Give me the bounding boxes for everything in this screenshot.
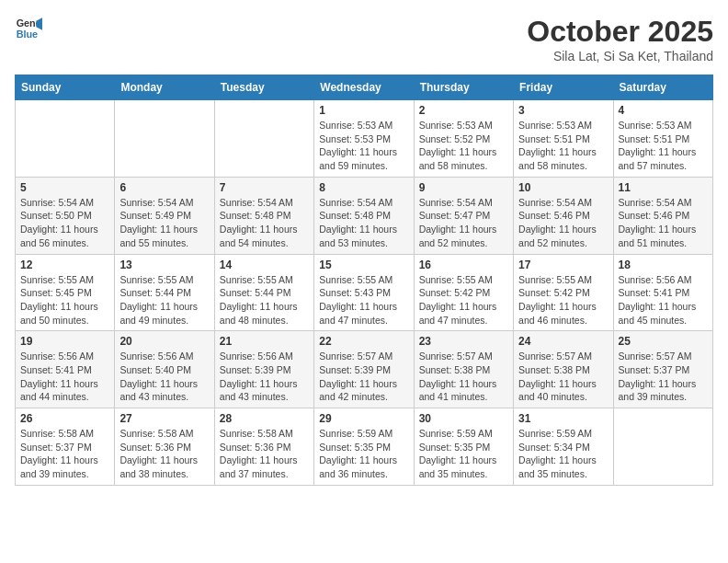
day-info: Sunrise: 5:56 AMSunset: 5:41 PMDaylight:…	[619, 273, 708, 327]
month-title: October 2025	[527, 15, 713, 49]
calendar-cell: 9Sunrise: 5:54 AMSunset: 5:47 PMDaylight…	[414, 177, 513, 254]
calendar-cell: 16Sunrise: 5:55 AMSunset: 5:42 PMDayligh…	[414, 254, 513, 331]
day-info: Sunrise: 5:54 AMSunset: 5:49 PMDaylight:…	[119, 196, 209, 250]
day-info: Sunrise: 5:53 AMSunset: 5:51 PMDaylight:…	[518, 119, 608, 173]
day-number: 3	[518, 104, 608, 117]
day-number: 25	[619, 335, 708, 348]
calendar-cell	[115, 100, 214, 178]
day-number: 20	[119, 335, 209, 348]
day-info: Sunrise: 5:55 AMSunset: 5:42 PMDaylight:…	[518, 273, 608, 327]
day-number: 28	[220, 412, 309, 425]
day-info: Sunrise: 5:59 AMSunset: 5:35 PMDaylight:…	[419, 427, 508, 481]
day-number: 1	[319, 104, 408, 117]
calendar-cell: 13Sunrise: 5:55 AMSunset: 5:44 PMDayligh…	[115, 254, 214, 331]
calendar-cell: 6Sunrise: 5:54 AMSunset: 5:49 PMDaylight…	[115, 177, 214, 254]
calendar-cell: 2Sunrise: 5:53 AMSunset: 5:52 PMDaylight…	[414, 100, 513, 178]
day-info: Sunrise: 5:55 AMSunset: 5:44 PMDaylight:…	[119, 273, 209, 327]
day-info: Sunrise: 5:53 AMSunset: 5:53 PMDaylight:…	[319, 119, 408, 173]
day-number: 8	[319, 181, 408, 194]
day-number: 18	[619, 259, 708, 271]
day-info: Sunrise: 5:55 AMSunset: 5:44 PMDaylight:…	[220, 273, 309, 327]
day-info: Sunrise: 5:56 AMSunset: 5:40 PMDaylight:…	[119, 350, 209, 404]
calendar-cell: 1Sunrise: 5:53 AMSunset: 5:53 PMDaylight…	[314, 100, 414, 178]
day-number: 9	[419, 181, 508, 194]
calendar-cell: 11Sunrise: 5:54 AMSunset: 5:46 PMDayligh…	[613, 177, 712, 254]
calendar-cell: 8Sunrise: 5:54 AMSunset: 5:48 PMDaylight…	[314, 177, 414, 254]
day-number: 11	[619, 181, 708, 194]
svg-text:Blue: Blue	[17, 29, 38, 40]
calendar-cell: 17Sunrise: 5:55 AMSunset: 5:42 PMDayligh…	[514, 254, 613, 331]
weekday-header-wednesday: Wednesday	[314, 75, 414, 100]
calendar-cell: 21Sunrise: 5:56 AMSunset: 5:39 PMDayligh…	[214, 331, 313, 408]
day-number: 7	[220, 181, 309, 194]
day-number: 27	[119, 412, 209, 425]
day-number: 10	[518, 181, 608, 194]
day-info: Sunrise: 5:58 AMSunset: 5:37 PMDaylight:…	[20, 427, 109, 481]
day-info: Sunrise: 5:57 AMSunset: 5:38 PMDaylight:…	[419, 350, 508, 404]
title-block: October 2025 Sila Lat, Si Sa Ket, Thaila…	[527, 15, 713, 63]
day-info: Sunrise: 5:54 AMSunset: 5:46 PMDaylight:…	[619, 196, 708, 250]
day-number: 26	[20, 412, 109, 425]
day-number: 16	[419, 259, 508, 271]
day-info: Sunrise: 5:53 AMSunset: 5:52 PMDaylight:…	[419, 119, 508, 173]
location-subtitle: Sila Lat, Si Sa Ket, Thailand	[527, 49, 713, 63]
weekday-header-friday: Friday	[514, 75, 613, 100]
calendar-cell: 14Sunrise: 5:55 AMSunset: 5:44 PMDayligh…	[214, 254, 313, 331]
day-info: Sunrise: 5:59 AMSunset: 5:34 PMDaylight:…	[518, 427, 608, 481]
calendar-cell: 26Sunrise: 5:58 AMSunset: 5:37 PMDayligh…	[16, 408, 115, 486]
calendar-cell: 12Sunrise: 5:55 AMSunset: 5:45 PMDayligh…	[16, 254, 115, 331]
weekday-header-sunday: Sunday	[16, 75, 115, 100]
day-info: Sunrise: 5:58 AMSunset: 5:36 PMDaylight:…	[220, 427, 309, 481]
day-info: Sunrise: 5:55 AMSunset: 5:42 PMDaylight:…	[419, 273, 508, 327]
calendar-cell	[16, 100, 115, 178]
calendar-cell: 5Sunrise: 5:54 AMSunset: 5:50 PMDaylight…	[16, 177, 115, 254]
calendar-cell: 31Sunrise: 5:59 AMSunset: 5:34 PMDayligh…	[514, 408, 613, 486]
logo: General Blue	[15, 15, 42, 42]
calendar-cell: 24Sunrise: 5:57 AMSunset: 5:38 PMDayligh…	[514, 331, 613, 408]
calendar-table: SundayMondayTuesdayWednesdayThursdayFrid…	[15, 75, 713, 486]
calendar-cell	[613, 408, 712, 486]
day-number: 23	[419, 335, 508, 348]
day-info: Sunrise: 5:54 AMSunset: 5:48 PMDaylight:…	[220, 196, 309, 250]
calendar-cell	[214, 100, 313, 178]
day-info: Sunrise: 5:57 AMSunset: 5:37 PMDaylight:…	[619, 350, 708, 404]
day-number: 29	[319, 412, 408, 425]
calendar-cell: 28Sunrise: 5:58 AMSunset: 5:36 PMDayligh…	[214, 408, 313, 486]
day-info: Sunrise: 5:56 AMSunset: 5:39 PMDaylight:…	[220, 350, 309, 404]
day-number: 17	[518, 259, 608, 271]
day-number: 19	[20, 335, 109, 348]
calendar-cell: 10Sunrise: 5:54 AMSunset: 5:46 PMDayligh…	[514, 177, 613, 254]
day-info: Sunrise: 5:57 AMSunset: 5:39 PMDaylight:…	[319, 350, 408, 404]
calendar-cell: 7Sunrise: 5:54 AMSunset: 5:48 PMDaylight…	[214, 177, 313, 254]
day-number: 4	[619, 104, 708, 117]
calendar-cell: 3Sunrise: 5:53 AMSunset: 5:51 PMDaylight…	[514, 100, 613, 178]
day-info: Sunrise: 5:54 AMSunset: 5:46 PMDaylight:…	[518, 196, 608, 250]
calendar-cell: 29Sunrise: 5:59 AMSunset: 5:35 PMDayligh…	[314, 408, 414, 486]
calendar-cell: 27Sunrise: 5:58 AMSunset: 5:36 PMDayligh…	[115, 408, 214, 486]
calendar-cell: 23Sunrise: 5:57 AMSunset: 5:38 PMDayligh…	[414, 331, 513, 408]
calendar-cell: 22Sunrise: 5:57 AMSunset: 5:39 PMDayligh…	[314, 331, 414, 408]
day-number: 24	[518, 335, 608, 348]
weekday-header-monday: Monday	[115, 75, 214, 100]
calendar-cell: 20Sunrise: 5:56 AMSunset: 5:40 PMDayligh…	[115, 331, 214, 408]
day-number: 5	[20, 181, 109, 194]
calendar-cell: 19Sunrise: 5:56 AMSunset: 5:41 PMDayligh…	[16, 331, 115, 408]
day-info: Sunrise: 5:59 AMSunset: 5:35 PMDaylight:…	[319, 427, 408, 481]
weekday-header-thursday: Thursday	[414, 75, 513, 100]
day-info: Sunrise: 5:57 AMSunset: 5:38 PMDaylight:…	[518, 350, 608, 404]
page-header: General Blue October 2025 Sila Lat, Si S…	[15, 15, 713, 63]
calendar-cell: 4Sunrise: 5:53 AMSunset: 5:51 PMDaylight…	[613, 100, 712, 178]
calendar-cell: 15Sunrise: 5:55 AMSunset: 5:43 PMDayligh…	[314, 254, 414, 331]
day-info: Sunrise: 5:58 AMSunset: 5:36 PMDaylight:…	[119, 427, 209, 481]
day-number: 6	[119, 181, 209, 194]
day-info: Sunrise: 5:53 AMSunset: 5:51 PMDaylight:…	[619, 119, 708, 173]
day-info: Sunrise: 5:55 AMSunset: 5:45 PMDaylight:…	[20, 273, 109, 327]
calendar-cell: 25Sunrise: 5:57 AMSunset: 5:37 PMDayligh…	[613, 331, 712, 408]
calendar-cell: 18Sunrise: 5:56 AMSunset: 5:41 PMDayligh…	[613, 254, 712, 331]
day-info: Sunrise: 5:54 AMSunset: 5:50 PMDaylight:…	[20, 196, 109, 250]
day-number: 21	[220, 335, 309, 348]
day-number: 13	[119, 259, 209, 271]
day-info: Sunrise: 5:54 AMSunset: 5:48 PMDaylight:…	[319, 196, 408, 250]
weekday-header-saturday: Saturday	[613, 75, 712, 100]
day-number: 2	[419, 104, 508, 117]
